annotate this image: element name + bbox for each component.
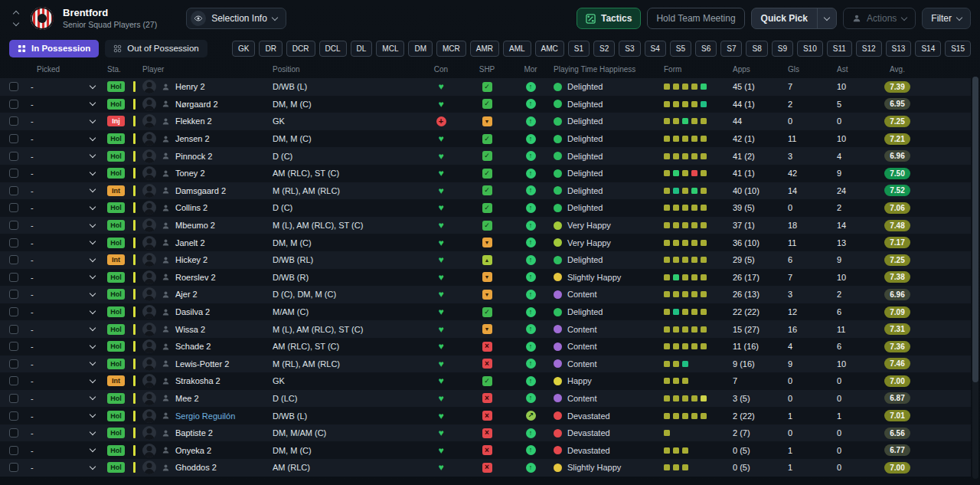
picked-dropdown[interactable]: - — [31, 82, 107, 91]
picked-dropdown[interactable]: - — [31, 255, 107, 264]
row-checkbox[interactable] — [9, 273, 18, 282]
col-header-form[interactable]: Form — [648, 65, 722, 74]
picked-dropdown[interactable]: - — [31, 290, 107, 299]
table-row[interactable]: - Hol Collins 2 D (C) ♥ ✓ ↑ Delighted 39… — [0, 199, 971, 217]
position-filter-aml[interactable]: AML — [503, 41, 531, 57]
position-filter-s2[interactable]: S2 — [593, 41, 615, 57]
position-filter-s13[interactable]: S13 — [886, 41, 912, 57]
position-filter-dcl[interactable]: DCL — [319, 41, 347, 57]
player-name[interactable]: Nørgaard 2 — [175, 100, 218, 109]
col-header-apps[interactable]: Apps — [722, 65, 769, 74]
col-header-mor[interactable]: Mor — [514, 65, 547, 74]
col-header-ast[interactable]: Ast — [815, 65, 863, 74]
picked-dropdown[interactable]: - — [31, 100, 107, 109]
hold-team-meeting-button[interactable]: Hold Team Meeting — [647, 8, 744, 29]
actions-dropdown[interactable]: Actions — [843, 8, 916, 29]
col-header-player[interactable]: Player — [142, 65, 273, 74]
position-filter-s15[interactable]: S15 — [945, 41, 971, 57]
table-row[interactable]: - Hol Baptiste 2 DM, M/AM (C) ♥ × ↑ Deva… — [0, 424, 971, 442]
row-checkbox[interactable] — [9, 203, 18, 212]
table-row[interactable]: - Int Strakosha 2 GK ♥ ✓ ↑ Happy 7 0 0 7… — [0, 372, 971, 390]
picked-dropdown[interactable]: - — [31, 376, 107, 385]
tab-out-of-possession[interactable]: Out of Possession — [105, 40, 207, 57]
row-checkbox[interactable] — [9, 411, 18, 421]
player-name[interactable]: Onyeka 2 — [175, 446, 211, 455]
row-checkbox[interactable] — [9, 152, 18, 161]
row-checkbox[interactable] — [9, 342, 18, 351]
row-checkbox[interactable] — [9, 134, 18, 143]
player-name[interactable]: Janelt 2 — [175, 238, 205, 247]
position-filter-dl[interactable]: DL — [351, 41, 373, 57]
table-row[interactable]: - Int Hickey 2 D/WB (RL) ♥ ▲ ↑ Delighted… — [0, 251, 971, 269]
tactics-button[interactable]: Tactics — [577, 8, 641, 29]
picked-dropdown[interactable]: - — [31, 307, 107, 316]
table-row[interactable]: - Hol Sergio Reguilón D/WB (L) ♥ × ↗ Dev… — [0, 407, 971, 424]
player-name[interactable]: Jensen 2 — [175, 134, 210, 143]
position-filter-dr[interactable]: DR — [259, 41, 282, 57]
table-row[interactable]: - Hol Nørgaard 2 DM, M (C) ♥ ✓ ↑ Delight… — [0, 96, 971, 113]
table-row[interactable]: - Hol Roerslev 2 D/WB (R) ♥ ▼ ↑ Slightly… — [0, 269, 971, 287]
row-checkbox[interactable] — [9, 376, 18, 385]
player-name[interactable]: Pinnock 2 — [175, 152, 212, 161]
table-row[interactable]: - Hol Mee 2 D (LC) ♥ × ↑ Content 3 (5) 0… — [0, 390, 971, 408]
player-name[interactable]: Hickey 2 — [175, 255, 207, 264]
col-header-gls[interactable]: Gls — [769, 65, 815, 74]
picked-dropdown[interactable]: - — [31, 134, 107, 143]
quick-pick-button[interactable]: Quick Pick — [752, 8, 817, 28]
row-checkbox[interactable] — [9, 238, 18, 247]
row-checkbox[interactable] — [9, 100, 18, 109]
position-filter-mcl[interactable]: MCL — [376, 41, 404, 57]
row-checkbox[interactable] — [9, 463, 18, 472]
position-filter-s1[interactable]: S1 — [568, 41, 590, 57]
player-name[interactable]: Wissa 2 — [175, 325, 205, 334]
position-filter-mcr[interactable]: MCR — [436, 41, 466, 57]
player-name[interactable]: Lewis-Potter 2 — [175, 359, 229, 369]
table-row[interactable]: - Hol Ajer 2 D (C), DM, M (C) ♥ ▼ ↑ Cont… — [0, 286, 971, 303]
col-header-con[interactable]: Con — [422, 65, 460, 74]
player-name[interactable]: Flekken 2 — [175, 116, 212, 126]
table-row[interactable]: - Hol Jensen 2 DM, M (C) ♥ ✓ ↑ Delighted… — [0, 130, 971, 148]
row-checkbox[interactable] — [9, 116, 18, 126]
row-checkbox[interactable] — [9, 186, 18, 195]
quick-pick-dropdown[interactable] — [817, 8, 836, 28]
row-checkbox[interactable] — [9, 446, 18, 455]
picked-dropdown[interactable]: - — [31, 152, 107, 161]
picked-dropdown[interactable]: - — [31, 221, 107, 230]
picked-dropdown[interactable]: - — [31, 359, 107, 369]
table-row[interactable]: - Hol Toney 2 AM (RLC), ST (C) ♥ ✓ ↑ Del… — [0, 165, 971, 182]
picked-dropdown[interactable]: - — [31, 325, 107, 334]
filter-dropdown[interactable]: Filter — [922, 8, 971, 29]
table-row[interactable]: - Hol Henry 2 D/WB (L) ♥ ✓ ↑ Delighted 4… — [0, 78, 971, 96]
col-header-sta[interactable]: Sta. — [107, 65, 133, 74]
position-filter-s4[interactable]: S4 — [645, 41, 666, 57]
col-header-position[interactable]: Position — [273, 65, 422, 74]
picked-dropdown[interactable]: - — [31, 169, 107, 178]
row-checkbox[interactable] — [9, 359, 18, 369]
position-filter-dcr[interactable]: DCR — [286, 41, 315, 57]
table-row[interactable]: - Hol Schade 2 AM (RLC), ST (C) ♥ × ↑ Co… — [0, 338, 971, 356]
row-checkbox[interactable] — [9, 394, 18, 403]
position-filter-s9[interactable]: S9 — [772, 41, 793, 57]
picked-dropdown[interactable]: - — [31, 273, 107, 282]
picked-dropdown[interactable]: - — [31, 203, 107, 212]
row-checkbox[interactable] — [9, 290, 18, 299]
col-header-happiness[interactable]: Playing Time Happiness — [547, 65, 648, 74]
player-name[interactable]: Baptiste 2 — [175, 428, 213, 437]
player-name[interactable]: Henry 2 — [175, 82, 205, 91]
table-row[interactable]: - Int Damsgaard 2 M (RL), AM (RLC) ♥ ✓ ↑… — [0, 182, 971, 200]
picked-dropdown[interactable]: - — [31, 116, 107, 126]
position-filter-s14[interactable]: S14 — [915, 41, 941, 57]
player-name[interactable]: Schade 2 — [175, 342, 211, 351]
position-filter-s6[interactable]: S6 — [695, 41, 717, 57]
table-row[interactable]: - Hol Mbeumo 2 M (L), AM (RLC), ST (C) ♥… — [0, 217, 971, 234]
row-checkbox[interactable] — [9, 255, 18, 264]
player-name[interactable]: Collins 2 — [175, 203, 207, 212]
col-header-shp[interactable]: SHP — [460, 65, 514, 74]
picked-dropdown[interactable]: - — [31, 186, 107, 195]
nav-up-button[interactable] — [11, 10, 21, 16]
row-checkbox[interactable] — [9, 169, 18, 178]
player-name[interactable]: Mbeumo 2 — [175, 221, 215, 230]
position-filter-gk[interactable]: GK — [232, 41, 255, 57]
position-filter-s7[interactable]: S7 — [720, 41, 742, 57]
position-filter-s12[interactable]: S12 — [856, 41, 882, 57]
